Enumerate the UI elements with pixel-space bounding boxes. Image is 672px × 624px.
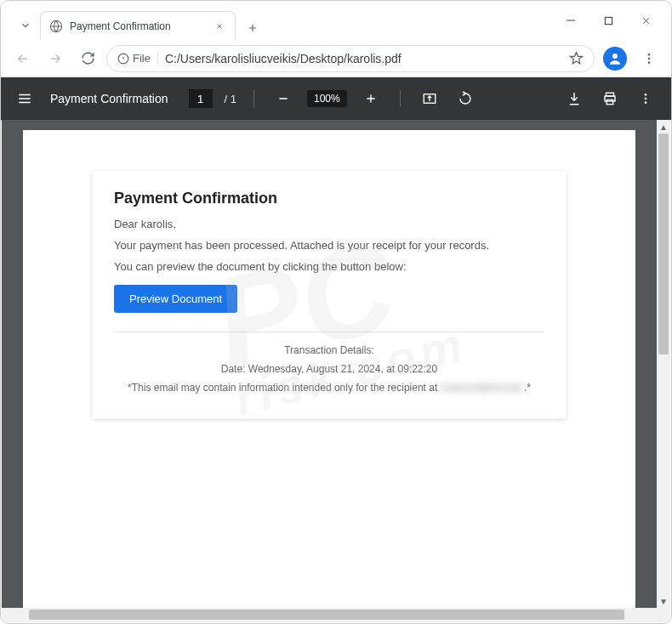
svg-point-11: [645, 94, 647, 96]
divider: [400, 90, 401, 107]
zoom-level: 100%: [307, 90, 347, 107]
horizontal-scrollbar[interactable]: [2, 608, 670, 622]
scroll-up-arrow[interactable]: ▲: [657, 120, 670, 133]
vertical-scrollbar[interactable]: ▲ ▼: [657, 120, 670, 608]
body-line-2: You can preview the document by clicking…: [114, 260, 544, 273]
preview-document-button[interactable]: Preview Document: [114, 285, 237, 313]
browser-menu-button[interactable]: [635, 45, 663, 72]
download-button[interactable]: [562, 87, 586, 111]
rotate-button[interactable]: [453, 87, 477, 111]
fit-page-button[interactable]: [418, 87, 441, 111]
scroll-thumb[interactable]: [29, 610, 624, 620]
omnibox[interactable]: File C:/Users/karolisliucveikis/Desktop/…: [106, 45, 595, 72]
svg-rect-10: [607, 100, 613, 105]
close-icon[interactable]: [213, 20, 226, 33]
pdf-menu-button[interactable]: [634, 87, 658, 111]
divider: [114, 332, 544, 332]
url-text: C:/Users/karolisliucveikis/Desktop/karol…: [165, 52, 562, 65]
tab-search-icon[interactable]: [11, 11, 40, 40]
greeting-line: Dear karolis,: [114, 218, 544, 230]
forward-button[interactable]: [42, 45, 69, 72]
new-tab-button[interactable]: [241, 16, 265, 40]
page-number-input[interactable]: [189, 89, 213, 108]
profile-avatar[interactable]: [603, 47, 627, 71]
divider: [253, 90, 254, 107]
transaction-details: Transaction Details: Date: Wednesday, Au…: [114, 344, 544, 394]
hamburger-icon[interactable]: [14, 88, 35, 109]
file-scheme-chip: File: [117, 52, 151, 65]
pdf-viewport: Payment Confirmation Dear karolis, Your …: [2, 120, 670, 608]
details-title: Transaction Details:: [114, 344, 544, 356]
svg-point-4: [648, 54, 651, 56]
svg-rect-1: [605, 17, 612, 24]
bookmark-star-icon[interactable]: [569, 51, 584, 65]
scroll-thumb[interactable]: [658, 133, 669, 355]
card-heading: Payment Confirmation: [114, 190, 544, 207]
email-card: Payment Confirmation Dear karolis, Your …: [92, 171, 567, 419]
pdf-page: Payment Confirmation Dear karolis, Your …: [23, 130, 635, 608]
address-bar: File C:/Users/karolisliucveikis/Desktop/…: [1, 40, 671, 77]
svg-point-5: [648, 57, 651, 60]
browser-titlebar: Payment Confirmation: [1, 1, 671, 40]
page-total: / 1: [225, 93, 236, 105]
minimize-button[interactable]: [562, 12, 579, 29]
maximize-button[interactable]: [600, 12, 617, 29]
window-controls: [562, 1, 666, 40]
zoom-out-button[interactable]: [271, 87, 295, 111]
reload-button[interactable]: [74, 45, 101, 72]
svg-point-12: [645, 98, 647, 100]
pdf-toolbar: Payment Confirmation / 1 100%: [1, 77, 671, 120]
pdf-document-title: Payment Confirmation: [50, 92, 168, 105]
svg-point-13: [645, 101, 647, 104]
zoom-in-button[interactable]: [359, 87, 383, 111]
window-close-button[interactable]: [637, 12, 654, 29]
browser-tab[interactable]: Payment Confirmation: [40, 11, 236, 40]
separator: [157, 52, 158, 65]
tab-title: Payment Confirmation: [70, 20, 206, 32]
scheme-label: File: [133, 52, 151, 65]
back-button[interactable]: [9, 45, 37, 72]
details-disclaimer: *This email may contain information inte…: [114, 382, 544, 394]
details-date: Date: Wednesday, August 21, 2024, at 09:…: [114, 363, 544, 375]
svg-point-3: [612, 54, 618, 59]
body-line-1: Your payment has been processed. Attache…: [114, 239, 544, 252]
scroll-down-arrow[interactable]: ▼: [657, 594, 670, 608]
globe-icon: [49, 20, 63, 33]
svg-point-6: [648, 61, 651, 64]
print-button[interactable]: [598, 87, 622, 111]
